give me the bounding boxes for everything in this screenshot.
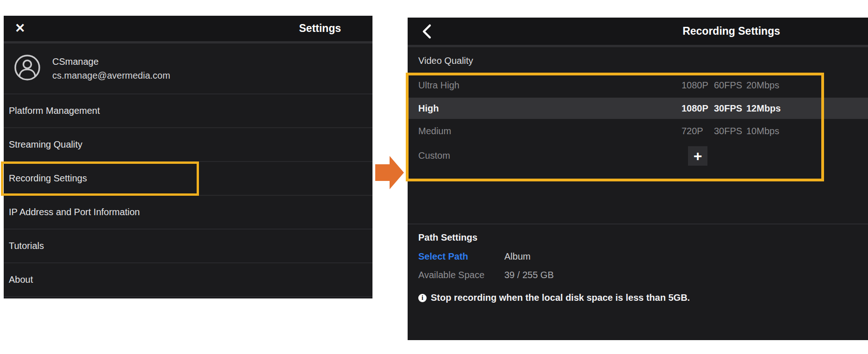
arrow-shape — [375, 156, 404, 189]
menu-item-tutorials[interactable]: Tutorials — [4, 229, 372, 262]
back-chevron-icon[interactable] — [422, 24, 432, 39]
account-text: CSmanage cs.manage@avermedia.com — [52, 56, 170, 81]
page-title-settings: Settings — [299, 22, 341, 35]
page-title-recording-settings: Recording Settings — [682, 25, 780, 37]
account-row[interactable]: CSmanage cs.manage@avermedia.com — [4, 43, 372, 93]
select-path-link[interactable]: Select Path — [418, 250, 468, 262]
menu-item-label: IP Address and Port Information — [9, 207, 140, 217]
menu-item-label: Tutorials — [9, 241, 44, 251]
menu-item-about[interactable]: About — [4, 262, 372, 296]
available-space-label: Available Space — [418, 269, 484, 281]
select-path-row: Select Path Album — [418, 250, 868, 262]
close-icon[interactable]: ✕ — [15, 22, 25, 35]
menu-item-label: Streaming Quality — [9, 139, 82, 150]
disk-space-note-text: Stop recording when the local disk space… — [431, 292, 690, 303]
account-email: cs.manage@avermedia.com — [52, 70, 170, 81]
available-space-value: 39 / 255 GB — [504, 269, 554, 281]
recording-settings-header: Recording Settings — [408, 18, 868, 47]
menu-item-platform-management[interactable]: Platform Management — [4, 93, 372, 127]
settings-header: ✕ Settings — [4, 16, 372, 43]
info-icon: i — [418, 294, 427, 302]
highlight-box-recording-settings — [1, 161, 199, 196]
path-section-divider — [408, 224, 868, 224]
menu-item-streaming-quality[interactable]: Streaming Quality — [4, 127, 372, 161]
select-path-value: Album — [504, 250, 531, 262]
menu-item-label: About — [9, 274, 33, 285]
avatar-person-icon — [14, 54, 41, 83]
menu-bottom-divider — [4, 296, 372, 297]
menu-item-ip-address-port[interactable]: IP Address and Port Information — [4, 195, 372, 229]
disk-space-note-row: i Stop recording when the local disk spa… — [418, 292, 690, 303]
account-name: CSmanage — [52, 56, 170, 67]
available-space-row: Available Space 39 / 255 GB — [418, 269, 868, 281]
transition-arrow-icon — [375, 156, 404, 189]
menu-item-label: Platform Management — [9, 106, 100, 116]
settings-panel: ✕ Settings CSmanage cs.manage@avermedia.… — [4, 16, 372, 298]
screenshot-canvas: ✕ Settings CSmanage cs.manage@avermedia.… — [0, 0, 868, 354]
video-quality-section-label: Video Quality — [418, 56, 473, 66]
highlight-box-video-quality — [406, 73, 824, 181]
path-settings-section-label: Path Settings — [418, 232, 477, 243]
